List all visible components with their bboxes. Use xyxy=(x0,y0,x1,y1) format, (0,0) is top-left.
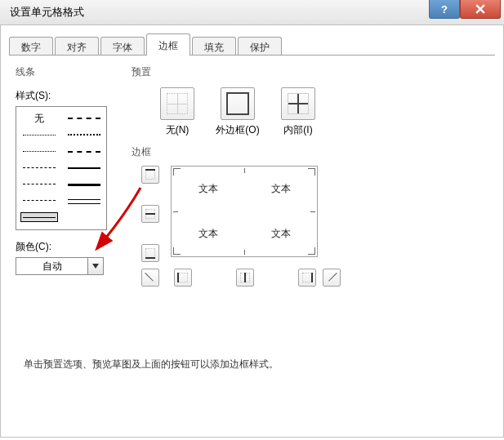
border-hmid-icon xyxy=(145,209,155,219)
tab-align[interactable]: 对齐 xyxy=(55,37,99,55)
line-style-dotted-thin[interactable] xyxy=(21,131,57,139)
preset-none-label: 无(N) xyxy=(166,123,190,137)
preset-outline-button[interactable] xyxy=(221,87,255,120)
border-group: 边框 xyxy=(132,145,344,288)
preset-inside-button[interactable] xyxy=(281,87,315,120)
tab-number[interactable]: 数字 xyxy=(9,37,53,55)
border-diag-down-button[interactable] xyxy=(141,269,159,287)
line-color-select[interactable]: 自动 xyxy=(16,257,104,275)
border-hmid-button[interactable] xyxy=(141,205,159,223)
border-vmid-button[interactable] xyxy=(236,269,254,287)
tab-font[interactable]: 字体 xyxy=(100,37,145,55)
border-preview[interactable]: 文本 文本 文本 文本 xyxy=(171,166,318,257)
dropdown-arrow-icon xyxy=(87,258,103,274)
border-vmid-icon xyxy=(240,273,250,282)
line-style-thin-solid[interactable] xyxy=(20,212,58,222)
preset-none-button[interactable] xyxy=(160,87,194,120)
preset-inside-label: 内部(I) xyxy=(283,123,312,137)
corner-mark xyxy=(173,247,181,255)
corner-mark xyxy=(173,168,181,176)
preview-cell: 文本 xyxy=(198,227,218,241)
border-left-button[interactable] xyxy=(174,269,192,287)
line-group-title: 线条 xyxy=(16,65,122,79)
preset-group: 预置 无(N) 外边框(O) 内部(I) xyxy=(132,65,321,137)
tick-mark xyxy=(244,250,245,255)
line-style-dash-thin[interactable] xyxy=(21,163,57,171)
line-group: 线条 样式(S): 无 xyxy=(16,65,122,275)
line-style-blank[interactable] xyxy=(66,214,102,222)
preview-cell: 文本 xyxy=(198,182,218,196)
line-color-label: 颜色(C): xyxy=(16,240,122,254)
preset-group-title: 预置 xyxy=(132,65,321,79)
border-left-icon xyxy=(178,273,188,282)
preview-cell: 文本 xyxy=(271,182,291,196)
tick-mark xyxy=(310,211,315,212)
border-top-icon xyxy=(145,170,155,180)
line-style-dash-med[interactable] xyxy=(66,148,102,156)
border-diag-up-button[interactable] xyxy=(323,269,341,287)
border-bottom-icon xyxy=(145,248,155,258)
line-style-solid-med[interactable] xyxy=(66,164,102,172)
dialog-body: 数字 对齐 字体 边框 填充 保护 线条 样式(S): 无 xyxy=(0,25,504,438)
line-style-dotted[interactable] xyxy=(21,147,57,155)
tab-border[interactable]: 边框 xyxy=(146,33,190,56)
border-right-icon xyxy=(302,273,312,282)
tab-strip: 数字 对齐 字体 边框 填充 保护 xyxy=(9,33,495,56)
preset-inside: 内部(I) xyxy=(275,87,321,137)
border-right-button[interactable] xyxy=(298,269,316,287)
preset-none: 无(N) xyxy=(154,87,200,137)
border-group-title: 边框 xyxy=(132,145,344,159)
border-diag-down-icon xyxy=(145,273,155,282)
close-icon xyxy=(475,4,485,14)
line-style-solid-thick[interactable] xyxy=(66,180,102,189)
line-style-double[interactable] xyxy=(66,198,102,206)
preset-none-icon xyxy=(167,93,188,114)
tab-protect[interactable]: 保护 xyxy=(238,37,282,55)
corner-mark xyxy=(308,168,315,176)
line-style-label: 样式(S): xyxy=(16,89,122,103)
preset-outline-icon xyxy=(226,92,249,115)
titlebar: 设置单元格格式 ? xyxy=(0,0,504,25)
tick-mark xyxy=(173,211,178,212)
preset-outline: 外边框(O) xyxy=(215,87,261,137)
line-style-dashdotdot-med[interactable] xyxy=(66,131,102,139)
line-style-dash[interactable] xyxy=(21,196,57,204)
line-style-list[interactable]: 无 xyxy=(16,106,107,230)
border-diag-up-icon xyxy=(327,273,337,282)
line-style-dashdot-med[interactable] xyxy=(66,114,102,122)
preview-cell: 文本 xyxy=(271,227,291,241)
format-cells-dialog: 设置单元格格式 ? 数字 对齐 字体 边框 填充 保护 线条 样式(S): xyxy=(0,0,504,440)
preset-inside-icon xyxy=(288,93,309,114)
border-bottom-button[interactable] xyxy=(141,244,159,262)
border-top-button[interactable] xyxy=(141,166,159,184)
titlebar-buttons: ? xyxy=(429,0,501,19)
window-title: 设置单元格格式 xyxy=(10,5,84,20)
close-button[interactable] xyxy=(460,0,501,19)
line-color-value: 自动 xyxy=(16,260,87,273)
line-style-dashdot[interactable] xyxy=(21,180,57,188)
corner-mark xyxy=(308,247,315,255)
hint-text: 单击预置选项、预览草图及上面的按钮可以添加边框样式。 xyxy=(24,358,279,371)
preset-outline-label: 外边框(O) xyxy=(216,123,259,137)
tab-fill[interactable]: 填充 xyxy=(192,37,236,55)
line-style-none[interactable]: 无 xyxy=(21,114,57,122)
help-button[interactable]: ? xyxy=(429,0,460,19)
tick-mark xyxy=(244,168,245,173)
border-layout: 文本 文本 文本 文本 xyxy=(141,166,337,288)
